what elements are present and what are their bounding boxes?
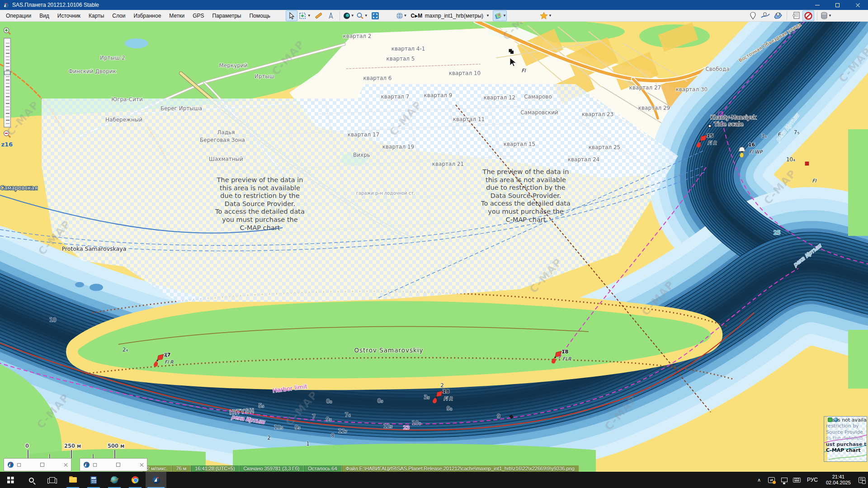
svg-text:18: 18 [561,349,568,355]
taskbar-clock[interactable]: 21:41 02.04.2025 [821,474,855,486]
zoom-in-button[interactable] [2,26,12,36]
zoom-panel: z16 [1,26,13,148]
add-polygon-button[interactable] [772,10,784,21]
menu-Параметры[interactable]: Параметры [208,11,245,21]
depth-sounding: 9₅ [295,424,301,431]
menu-Источник[interactable]: Источник [53,11,85,21]
restore-icon [17,463,21,467]
notification-center-button[interactable] [855,472,868,488]
start-button[interactable] [0,472,21,488]
add-path-button[interactable] [760,10,771,21]
keyboard-tray-button[interactable] [791,472,803,488]
app-icon [7,461,14,468]
windows-taskbar: ∧ ⇄ РУС 21:41 02.04.2025 [0,472,868,488]
maximize-icon[interactable] [116,463,120,467]
menu-Операции[interactable]: Операции [2,11,35,21]
overview-minimap[interactable]: ea is not availarestriction bySource Pro… [824,416,867,462]
map-label: Иртыш-2 [100,55,125,61]
map-label: Вихрь [353,152,370,158]
minimap-notice-line: C-MAP chart [826,447,867,453]
menu-Вид[interactable]: Вид [35,11,53,21]
minimap-notice-text: ea is not availarestriction bySource Pro… [826,417,867,453]
zoom-slider[interactable] [4,38,11,127]
menu-GPS[interactable]: GPS [189,11,208,21]
close-icon [855,3,860,8]
zoom-out-icon [3,130,12,139]
zoom-out-button[interactable] [2,129,12,139]
search-magnifier-icon [356,12,364,19]
close-button[interactable] [848,0,868,10]
cache-storage-icon [821,12,828,19]
zoom-slider-handle[interactable] [4,71,10,75]
hide-marks-button[interactable] [802,10,814,21]
sas-planet-classic-button[interactable] [104,472,125,488]
map-label: Ostrov Samarovskiy [354,347,423,354]
map-label: гаражи р-н лодочной ст. [356,191,415,196]
menu-Слои[interactable]: Слои [108,11,129,21]
basemap-button[interactable]: ▼ [396,10,408,21]
depth-sounding: 1 [306,441,310,447]
language-indicator[interactable]: РУС [803,477,821,483]
window-title: SAS.Планета 201212.10106 Stable [12,2,99,8]
webmap-button[interactable]: ▼ [343,10,355,21]
menu-Метки[interactable]: Метки [165,11,189,21]
zoom-level-label: z16 [1,141,13,148]
minimap-notice-line: restriction by [826,423,867,429]
map-label: Свобода [705,66,729,72]
add-placemark-button[interactable] [747,10,759,21]
scale-label: 0 [25,443,29,449]
map-label: квартал 11 [453,116,485,122]
map-source-select[interactable]: C▸M maxnp_int1_hrb(метры) ▼ [408,12,492,20]
map-label: квартал 9 [424,92,453,99]
close-icon[interactable] [63,463,68,467]
cursor-tool-button[interactable] [286,10,297,21]
task-view-button[interactable] [42,472,62,488]
map-label: квартал 17 [348,131,379,138]
calculator-button[interactable] [83,472,104,488]
maximize-icon[interactable] [40,463,44,467]
minimize-button[interactable] [807,0,827,10]
scale-label: 500 м [108,443,124,449]
map-label: квартал 23 [582,111,613,117]
menu-Помощь[interactable]: Помощь [245,11,274,21]
network-tray-button[interactable] [778,472,791,488]
cache-storage-button[interactable]: ▼ [820,10,832,21]
ruler-tool-button[interactable] [312,10,324,21]
chrome-button[interactable] [125,472,146,488]
map-label: квартал 25 [589,144,620,150]
status-segment: 76 м [172,465,191,472]
favorites-button[interactable]: ▼ [539,10,552,21]
map-label: Береговая Зона [200,137,245,143]
layers-icon [493,12,502,19]
mini-window[interactable] [4,458,71,471]
depth-sounding: 2₄ [123,347,128,353]
search-button[interactable]: ▼ [356,10,368,21]
map-label: квартал 15 [504,141,535,147]
sync-tray-button[interactable]: ⇄ [765,472,778,488]
depth-sounding: 9₈ [447,405,453,412]
file-explorer-button[interactable] [62,472,83,488]
taskbar-search-button[interactable] [21,472,42,488]
distance-tool-button[interactable] [325,10,337,21]
menu-Избранное[interactable]: Избранное [129,11,165,21]
depth-sounding: 3₅ [424,394,430,400]
depth-sounding: 0₉ [377,398,383,404]
maximize-button[interactable] [827,0,848,10]
planet-icon [111,476,118,483]
close-icon[interactable] [139,463,144,467]
map-canvas[interactable]: 15Fl R16Fl WP17Fl R18Fl R18Fl R 5₅0₈77₄9… [0,21,868,472]
depth-sounding: 2 [267,435,271,441]
sas-planet-active-button[interactable] [146,472,166,488]
fullscreen-button[interactable] [369,10,381,21]
menu-Карты[interactable]: Карты [85,11,108,21]
fullscreen-icon [371,12,379,20]
selection-tool-button[interactable]: ▼ [298,10,311,21]
layers-button[interactable]: ▼ [493,10,507,21]
placemark-manager-button[interactable] [790,10,802,21]
map-label: квартал 30 [676,86,708,93]
tray-expand-button[interactable]: ∧ [753,472,765,488]
depth-sounding: 7₄ [345,412,351,418]
mini-window[interactable] [80,458,147,471]
map-label: квартал 27 [629,84,661,91]
menu-bar: ОперацииВидИсточникКартыСлоиИзбранноеМет… [2,11,274,21]
